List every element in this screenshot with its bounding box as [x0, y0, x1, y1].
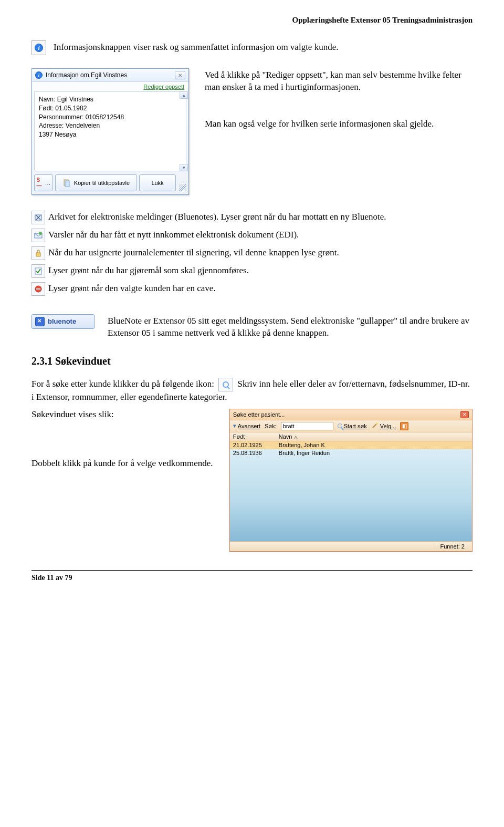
task-icon: [32, 264, 45, 278]
search-p2: Søkevinduet vises slik:: [32, 409, 217, 421]
section-heading: 2.3.1 Søkevinduet: [32, 355, 472, 367]
col-fodt[interactable]: Født: [233, 433, 272, 440]
cave-icon: [32, 282, 45, 296]
page-header: Opplæringshefte Extensor 05 Treningsadmi…: [32, 16, 472, 25]
series-button[interactable]: S— …: [34, 174, 53, 191]
search-window-title: Søke etter pasient... ✕: [230, 409, 472, 420]
bluenote-row: bluenote BlueNote er Extensor 05 sitt eg…: [32, 314, 472, 339]
search-columns-header: Født Navn △: [230, 432, 472, 441]
dlg-pnr: Personnummer: 01058212548: [39, 113, 182, 122]
extra-button[interactable]: ◧: [400, 422, 408, 430]
info-dialog: i Informasjon om Egil Vinstnes ✕ Rediger…: [32, 68, 189, 195]
copy-label: Kopier til utklippstavle: [74, 180, 130, 186]
search-para-1: For å søke etter kunde klikker du på føl…: [32, 377, 472, 404]
search-toolbar: ▾ Avansert Søk: Start søk Velg... ◧: [230, 420, 472, 432]
search-results-list: 21.02.1925 Bratteng, Johan K 25.08.1936 …: [230, 441, 472, 541]
col-navn[interactable]: Navn △: [279, 433, 298, 440]
archive-desc: Arkivet for elektroniske meldinger (Blue…: [48, 211, 386, 222]
dialog-subbar: Rediger oppsett: [32, 82, 188, 91]
search-p1a: For å søke etter kunde klikker du på føl…: [32, 379, 216, 389]
side-para-1: Ved å klikke på "Rediger oppsett", kan m…: [205, 68, 472, 94]
choose-button[interactable]: Velg...: [371, 422, 396, 430]
side-para-2: Man kan også velge for hvilken serie inf…: [205, 117, 472, 130]
icon-list: Arkivet for elektroniske meldinger (Blue…: [32, 211, 472, 296]
dialog-and-text: i Informasjon om Egil Vinstnes ✕ Rediger…: [32, 68, 472, 195]
advanced-button[interactable]: ▾ Avansert: [233, 422, 260, 429]
edi-desc: Varsler når du har fått et nytt innkomme…: [48, 229, 299, 241]
table-row[interactable]: 25.08.1936 Brattli, Inger Reidun: [230, 449, 472, 457]
search-window-title-text: Søke etter pasient...: [233, 411, 285, 418]
svg-rect-1: [65, 181, 69, 187]
dialog-footer: S— … Kopier til utklippstavle Lukk: [32, 171, 188, 194]
sign-icon: [32, 246, 45, 260]
info-icon: i: [32, 40, 46, 55]
sign-desc: Når du har usignerte journalelementer ti…: [48, 246, 339, 259]
search-p3: Dobbelt klikk på kunde for å velge vedko…: [32, 458, 217, 470]
table-row[interactable]: 21.02.1925 Bratteng, Johan K: [230, 441, 472, 449]
scroll-up-icon[interactable]: ▴: [180, 91, 188, 99]
svg-rect-10: [36, 288, 40, 290]
close-label: Lukk: [151, 180, 163, 186]
found-count: Funnet: 2: [435, 543, 470, 550]
search-icon: [218, 378, 233, 391]
resize-grip-icon[interactable]: [179, 184, 186, 191]
search-flex: Søkevinduet vises slik: Dobbelt klikk på…: [32, 409, 472, 552]
wand-icon: [371, 422, 379, 430]
intro-text: Informasjonsknappen viser rask og sammen…: [54, 40, 338, 54]
dlg-addr: Adresse: Vendelveien: [39, 121, 182, 130]
svg-point-12: [376, 422, 378, 425]
search-label: Søk:: [265, 423, 277, 429]
search-input[interactable]: [281, 422, 333, 430]
edi-icon: [32, 229, 45, 242]
svg-rect-7: [36, 253, 40, 256]
search-window: Søke etter pasient... ✕ ▾ Avansert Søk: …: [229, 409, 472, 552]
dialog-title-icon: i: [35, 71, 43, 79]
document-page: Opplæringshefte Extensor 05 Treningsadmi…: [0, 0, 504, 598]
scroll-down-icon[interactable]: ▾: [180, 164, 188, 171]
bluenote-desc: BlueNote er Extensor 05 sitt eget meldin…: [108, 314, 472, 339]
bluenote-label: bluenote: [48, 317, 76, 325]
dialog-body: Navn: Egil Vinstnes Født: 01.05.1982 Per…: [34, 91, 186, 171]
bluenote-icon: [35, 317, 45, 326]
archive-icon: [32, 211, 45, 224]
dlg-city: 1397 Nesøya: [39, 130, 182, 139]
dialog-title-text: Informasjon om Egil Vinstnes: [46, 71, 127, 79]
page-footer: Side 11 av 79: [32, 570, 472, 582]
dlg-name: Navn: Egil Vinstnes: [39, 95, 182, 104]
bluenote-button[interactable]: bluenote: [32, 314, 94, 329]
dialog-close-button[interactable]: ✕: [175, 71, 185, 79]
edit-layout-link[interactable]: Rediger oppsett: [143, 84, 184, 90]
task-desc: Lyser grønt når du har gjøremål som skal…: [48, 264, 249, 277]
search-window-close-button[interactable]: ✕: [460, 411, 469, 418]
copy-clipboard-button[interactable]: Kopier til utklippstavle: [55, 174, 137, 191]
dlg-born: Født: 01.05.1982: [39, 104, 182, 113]
clipboard-icon: [62, 179, 71, 187]
close-dialog-button[interactable]: Lukk: [139, 174, 176, 191]
start-search-button[interactable]: Start søk: [338, 423, 367, 429]
search-footer: Funnet: 2: [230, 541, 472, 551]
intro-row: i Informasjonsknappen viser rask og samm…: [32, 40, 472, 55]
dialog-titlebar: i Informasjon om Egil Vinstnes ✕: [32, 69, 188, 82]
svg-point-6: [39, 232, 42, 235]
chevron-down-icon: ▾: [233, 422, 236, 429]
cave-desc: Lyser grønt når den valgte kunden har en…: [48, 282, 216, 295]
